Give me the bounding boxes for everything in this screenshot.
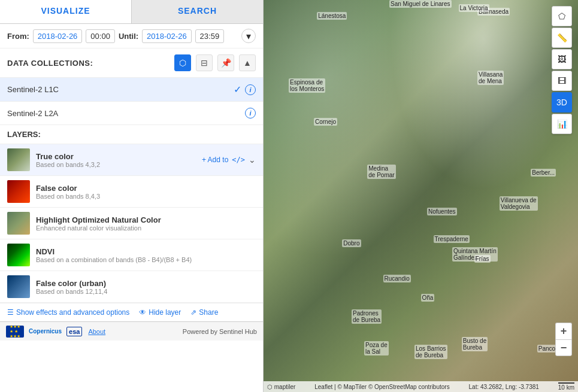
map-attribution-text: Leaflet | © MapTiler © OpenStreetMap con…	[314, 384, 449, 390]
eu-logo: ★★★★ ★★★★	[6, 326, 24, 338]
info-icon-l2a[interactable]: i	[245, 108, 256, 118]
layer-falsecolor-urban[interactable]: False color (urban) Based on bands 12,11…	[0, 271, 263, 303]
effects-icon: ☰	[7, 308, 14, 317]
layer-desc-truecolor: Based on bands 4,3,2	[36, 161, 202, 168]
3d-btn[interactable]: 3D	[552, 92, 572, 113]
pin-icon-btn[interactable]: 📌	[217, 54, 234, 71]
layer-name-falsecolor: False color	[36, 184, 256, 193]
map-attribution: ⬡ maptiler Leaflet | © MapTiler © OpenSt…	[264, 381, 578, 392]
share-icon: ⇗	[190, 308, 196, 317]
maptiler-logo: ⬡ maptiler	[267, 384, 295, 390]
layer-info-ndvi: NDVI Based on a combination of bands (B8…	[36, 247, 256, 263]
layer-info-natural: Highlight Optimized Natural Color Enhanc…	[36, 215, 256, 232]
left-panel: VISUALIZE SEARCH From: 2018-02-26 00:00 …	[0, 0, 264, 392]
eu-stars: ★★★★ ★★★★	[10, 324, 20, 339]
polygon-tool-btn[interactable]: ⬠	[552, 6, 572, 26]
ruler-tool-btn[interactable]: 📏	[552, 28, 572, 48]
date-dropdown[interactable]: ▾	[241, 29, 256, 43]
layer-name-truecolor: True color	[36, 152, 202, 161]
map-controls: ⬠ 📏 🖼 🎞 3D 📊	[552, 6, 572, 134]
copernicus-logo: Copernicus	[29, 328, 62, 335]
map-background: Lánestosa Balmaseda La Victoria San Migu…	[264, 0, 578, 392]
until-date[interactable]: 2018-02-26	[142, 29, 192, 43]
from-time[interactable]: 00:00	[86, 29, 115, 43]
effects-link[interactable]: ☰ Show effects and advanced options	[7, 308, 129, 317]
collection-sentinel2-l2a[interactable]: Sentinel-2 L2A i	[0, 102, 263, 125]
hide-layer-link[interactable]: 👁 Hide layer	[139, 308, 181, 317]
collection-name-l1c: Sentinel-2 L1C	[7, 85, 234, 94]
layers-header: LAYERS:	[0, 125, 263, 144]
layer-thumb-falsecolorurban	[7, 275, 30, 298]
layer-highlight-natural[interactable]: Highlight Optimized Natural Color Enhanc…	[0, 208, 263, 239]
layer-name-ndvi: NDVI	[36, 247, 256, 256]
layer-info-truecolor: True color Based on bands 4,3,2	[36, 152, 202, 168]
layer-name-natural: Highlight Optimized Natural Color	[36, 215, 256, 224]
check-icon-l1c: ✓	[234, 84, 241, 95]
zoom-controls: + −	[555, 323, 572, 356]
layer-thumb-truecolor	[7, 148, 30, 171]
share-link[interactable]: ⇗ Share	[190, 308, 218, 317]
from-label: From:	[7, 32, 29, 41]
layer-thumb-ndvi	[7, 244, 30, 266]
layer-falsecolor[interactable]: False color Based on bands 8,4,3	[0, 176, 263, 208]
map-overlay	[264, 0, 578, 392]
layer-actions-truecolor: + Add to </> ⌄	[202, 155, 256, 165]
hide-label: Hide layer	[149, 308, 181, 317]
layer-ndvi[interactable]: NDVI Based on a combination of bands (B8…	[0, 239, 263, 271]
hide-icon: 👁	[139, 308, 146, 317]
layer-info-falsecolorurban: False color (urban) Based on bands 12,11…	[36, 279, 256, 295]
map-area[interactable]: Lánestosa Balmaseda La Victoria San Migu…	[264, 0, 578, 392]
about-link[interactable]: About	[88, 328, 105, 335]
footer-logos: ★★★★ ★★★★ Copernicus esa	[6, 326, 82, 338]
code-btn-truecolor[interactable]: </>	[232, 156, 245, 164]
add-to-btn-truecolor[interactable]: + Add to	[202, 156, 228, 164]
layer-name-falsecolorurban: False color (urban)	[36, 279, 256, 288]
layer-truecolor[interactable]: True color Based on bands 4,3,2 + Add to…	[0, 144, 263, 176]
tab-visualize[interactable]: VISUALIZE	[0, 0, 131, 23]
bottom-actions: ☰ Show effects and advanced options 👁 Hi…	[0, 303, 263, 321]
zoom-in-btn[interactable]: +	[555, 323, 572, 339]
footer: ★★★★ ★★★★ Copernicus esa About Powered b…	[0, 321, 263, 341]
layers-title: LAYERS:	[7, 130, 41, 139]
layer-desc-natural: Enhanced natural color visualization	[36, 224, 256, 232]
layer-desc-ndvi: Based on a combination of bands (B8 - B4…	[36, 256, 256, 263]
chart-btn[interactable]: 📊	[552, 114, 572, 134]
layer-thumb-natural	[7, 212, 30, 235]
layer-desc-falsecolor: Based on bands 8,4,3	[36, 193, 256, 200]
layer-thumb-falsecolor	[7, 180, 30, 203]
map-scale: 10 km	[558, 382, 574, 391]
maptiler-text: ⬡ maptiler	[267, 384, 295, 390]
layers-icon-btn[interactable]: ⬡	[174, 54, 191, 71]
map-coords: Lat: 43.2682, Lng: -3.7381	[469, 384, 539, 390]
filter-icon-btn[interactable]: ⊟	[196, 54, 213, 71]
date-row: From: 2018-02-26 00:00 Until: 2018-02-26…	[0, 24, 263, 48]
image-export-btn[interactable]: 🖼	[552, 49, 572, 69]
until-label: Until:	[119, 32, 138, 41]
film-strip-btn[interactable]: 🎞	[552, 71, 572, 91]
layer-desc-falsecolorurban: Based on bands 12,11,4	[36, 288, 256, 295]
from-date[interactable]: 2018-02-26	[33, 29, 83, 43]
layer-info-falsecolor: False color Based on bands 8,4,3	[36, 184, 256, 200]
effects-label: Show effects and advanced options	[16, 308, 129, 317]
data-collections-header: DATA COLLECTIONS: ⬡ ⊟ 📌 ▲	[0, 48, 263, 78]
share-label: Share	[199, 308, 218, 317]
tab-bar: VISUALIZE SEARCH	[0, 0, 263, 24]
until-time[interactable]: 23:59	[195, 29, 225, 43]
collapse-icon-btn[interactable]: ▲	[239, 54, 256, 71]
data-collections-title: DATA COLLECTIONS:	[7, 59, 174, 68]
data-collections-icons: ⬡ ⊟ 📌 ▲	[174, 54, 256, 71]
zoom-out-btn[interactable]: −	[555, 339, 572, 356]
tab-search[interactable]: SEARCH	[132, 0, 263, 23]
powered-by: Powered by Sentinel Hub	[183, 328, 257, 335]
collection-sentinel2-l1c[interactable]: Sentinel-2 L1C ✓ i	[0, 78, 263, 102]
esa-logo: esa	[66, 327, 82, 336]
expand-btn-truecolor[interactable]: ⌄	[249, 155, 256, 165]
info-icon-l1c[interactable]: i	[245, 84, 256, 95]
collection-name-l2a: Sentinel-2 L2A	[7, 109, 245, 118]
